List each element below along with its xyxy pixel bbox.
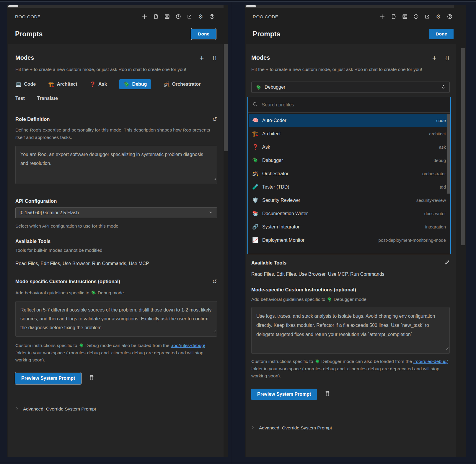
laptop-emoji-icon: 💻 <box>15 81 22 87</box>
crane-emoji-icon: 🏗️ <box>252 131 260 137</box>
app-title: ROO CODE <box>15 14 40 19</box>
profile-item-security-reviewer[interactable]: 🛡️Security Reviewer security-review <box>249 194 449 207</box>
copy-icon[interactable] <box>88 374 94 382</box>
question-emoji-icon: ❓ <box>90 81 96 87</box>
app-toolbar: ⚙ <box>379 14 453 20</box>
mode-chip-orchestrator[interactable]: 🪃Orchestrator <box>163 79 200 89</box>
link-emoji-icon: 🔗 <box>252 224 260 230</box>
roo-code-panel-left: ROO CODE ⚙ Prompts Done Modes + {} Hit t… <box>7 5 228 457</box>
undo-icon[interactable]: ↺ <box>212 279 217 284</box>
prompts-note-icon[interactable] <box>153 14 159 20</box>
preview-system-prompt-button[interactable]: Preview System Prompt <box>15 373 81 384</box>
question-emoji-icon: ❓ <box>252 144 260 150</box>
mode-chip-translate[interactable]: Translate <box>37 93 58 103</box>
profile-item-auto-coder[interactable]: 🧠Auto-Coder code <box>249 114 449 127</box>
mode-chip-code[interactable]: 💻Code <box>15 79 36 89</box>
profile-dropdown-popup: 🧠Auto-Coder code 🏗️Architect architect ❓… <box>247 97 451 254</box>
history-icon[interactable] <box>413 14 419 20</box>
custom-instructions-note: Custom instructions specific to 🪲 Debug … <box>15 342 217 364</box>
modes-card: Modes + {} Hit the + to create a new cus… <box>8 44 224 457</box>
scrollbar-handle[interactable] <box>246 5 256 7</box>
mode-selector-combo[interactable]: 🪲 Debugger <box>251 82 450 93</box>
api-configuration-title: API Configuration <box>15 198 57 204</box>
edit-json-icon[interactable]: {} <box>445 55 450 61</box>
preview-system-prompt-button[interactable]: Preview System Prompt <box>251 389 317 400</box>
modes-hint: Hit the + to create a new custom mode, o… <box>251 66 443 73</box>
open-in-editor-icon[interactable] <box>424 14 430 20</box>
available-tools-helper: Tools for built-in modes cannot be modif… <box>15 246 217 254</box>
page-title: Prompts <box>253 30 280 38</box>
custom-instructions-textarea[interactable]: Use logs, traces, and stack analysis to … <box>251 307 450 354</box>
plus-icon[interactable] <box>379 14 385 20</box>
advanced-override-link[interactable]: Advanced: Override System Prompt <box>23 406 96 412</box>
resize-grip-icon[interactable] <box>446 344 449 353</box>
search-icon <box>252 102 257 108</box>
done-button[interactable]: Done <box>191 29 216 39</box>
available-tools-title: Available Tools <box>251 260 286 266</box>
profile-item-architect[interactable]: 🏗️Architect architect <box>249 127 449 140</box>
available-tools-value: Read Files, Edit Files, Use Browser, Run… <box>15 261 217 266</box>
profile-item-documentation-writer[interactable]: 📚Documentation Writer docs-writer <box>249 207 449 220</box>
mode-chip-architect[interactable]: 🏗️Architect <box>48 79 77 89</box>
test-tube-emoji-icon: 🧪 <box>252 184 260 190</box>
add-mode-icon[interactable]: + <box>200 55 204 61</box>
rules-folder-link[interactable]: .roo/rules-debug/ <box>413 359 448 364</box>
editor-split-divider[interactable] <box>231 2 231 464</box>
webview-top-scrollbar[interactable] <box>7 5 224 8</box>
mode-chip-ask[interactable]: ❓Ask <box>90 79 107 89</box>
profile-item-system-integrator[interactable]: 🔗System Integrator integration <box>249 220 449 233</box>
undo-icon[interactable]: ↺ <box>212 117 217 122</box>
help-icon[interactable] <box>209 14 215 20</box>
api-configuration-select[interactable]: [0.15/0.60] Gemini 2.5 Flash <box>15 207 217 218</box>
mode-chip-debug[interactable]: 🪲Debug <box>119 79 151 89</box>
profile-item-debugger[interactable]: 🪲Debugger debug <box>249 154 449 167</box>
role-definition-textarea[interactable]: You are Roo, an expert software debugger… <box>15 146 217 184</box>
gear-icon[interactable]: ⚙ <box>435 14 441 20</box>
vertical-scrollbar[interactable] <box>224 44 228 151</box>
mcp-server-icon[interactable] <box>164 14 170 20</box>
brain-emoji-icon: 🧠 <box>252 117 260 124</box>
gear-icon[interactable]: ⚙ <box>198 14 204 20</box>
custom-instructions-textarea[interactable]: Reflect on 5-7 different possible source… <box>15 301 217 337</box>
profile-item-deployment-monitor[interactable]: 📈Deployment Monitor post-deployment-moni… <box>249 233 449 247</box>
resize-grip-icon[interactable] <box>213 174 216 183</box>
profile-item-orchestrator[interactable]: 🪃Orchestrator orchestrator <box>249 167 449 180</box>
page-header: Prompts Done <box>15 28 216 40</box>
available-tools-title: Available Tools <box>15 239 50 244</box>
profile-item-tester-tdd[interactable]: 🧪Tester (TDD) tdd <box>249 180 449 194</box>
prompts-note-icon[interactable] <box>390 14 397 20</box>
profile-search-input[interactable] <box>261 102 436 108</box>
list-scrollbar[interactable] <box>447 114 450 194</box>
role-definition-title: Role Definition <box>15 116 50 122</box>
webview-top-scrollbar[interactable] <box>245 5 454 8</box>
scrollbar-handle[interactable] <box>8 5 18 7</box>
edit-json-icon[interactable]: {} <box>213 55 217 61</box>
workbench-bottom-border <box>0 462 476 462</box>
profile-item-ask[interactable]: ❓Ask ask <box>249 140 449 154</box>
add-mode-icon[interactable]: + <box>432 55 437 61</box>
app-title: ROO CODE <box>253 14 278 19</box>
beetle-emoji-icon: 🪲 <box>256 85 262 90</box>
custom-instructions-note: Custom instructions specific to 🪲 Debugg… <box>251 358 450 380</box>
beetle-emoji-icon: 🪲 <box>252 157 260 163</box>
vertical-scrollbar[interactable] <box>461 48 465 245</box>
edit-pencil-icon[interactable] <box>444 259 450 266</box>
custom-instructions-desc: Add behavioral guidelines specific to 🪲 … <box>251 296 450 303</box>
boomerang-emoji-icon: 🪃 <box>163 81 169 87</box>
workbench-top-border <box>0 1 476 2</box>
role-definition-desc: Define Roo's expertise and personality f… <box>15 126 210 141</box>
resize-grip-icon[interactable] <box>213 327 216 336</box>
help-icon[interactable] <box>446 14 453 20</box>
mode-selector-value: Debugger <box>265 85 285 90</box>
mode-chip-test[interactable]: Test <box>15 93 25 103</box>
advanced-override-link[interactable]: Advanced: Override System Prompt <box>259 425 332 431</box>
rules-folder-link[interactable]: .roo/rules-debug/ <box>171 343 205 348</box>
copy-icon[interactable] <box>324 390 330 398</box>
beetle-emoji-icon: 🪲 <box>123 81 130 87</box>
mcp-server-icon[interactable] <box>402 14 408 20</box>
history-icon[interactable] <box>175 14 181 20</box>
open-in-editor-icon[interactable] <box>186 14 193 20</box>
done-button[interactable]: Done <box>429 29 454 39</box>
plus-icon[interactable] <box>141 14 148 20</box>
available-tools-value: Read Files, Edit Files, Use Browser, Use… <box>251 272 450 277</box>
